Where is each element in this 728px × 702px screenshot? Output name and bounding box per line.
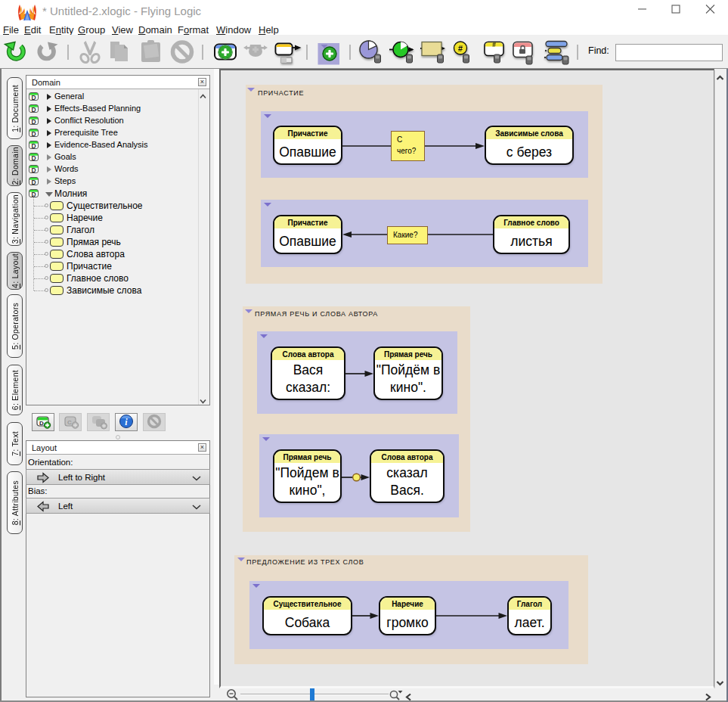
svg-text:#: #: [458, 44, 463, 53]
svg-text:C: C: [67, 419, 72, 426]
svg-text:#: #: [492, 41, 496, 48]
svg-text:D: D: [39, 420, 44, 427]
